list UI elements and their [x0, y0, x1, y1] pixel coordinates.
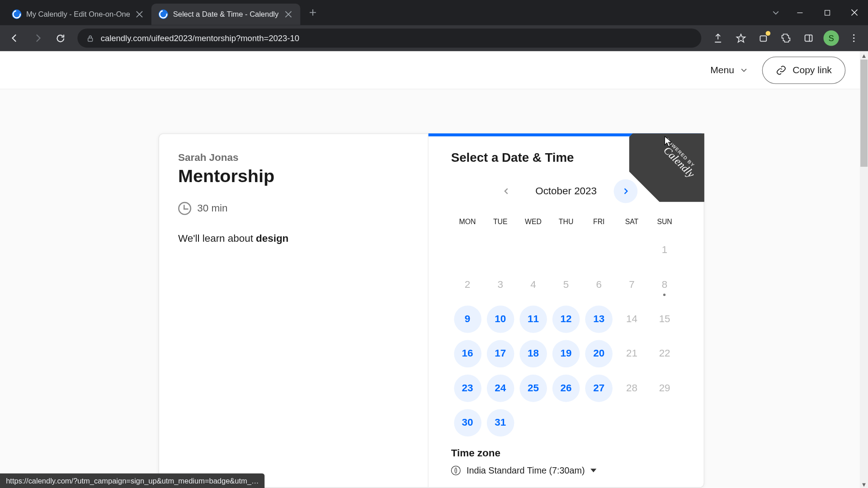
- dow-label: MON: [451, 214, 484, 233]
- month-label: October 2023: [535, 185, 597, 197]
- date-unavailable: 3: [486, 271, 514, 299]
- notification-dot-icon: [766, 31, 771, 36]
- share-icon[interactable]: [708, 28, 727, 47]
- booking-card: Sarah Jonas Mentorship 30 min We'll lear…: [159, 133, 704, 488]
- date-unavailable: 5: [552, 271, 580, 299]
- date-unavailable: 15: [651, 305, 679, 333]
- date-unavailable: 14: [618, 305, 646, 333]
- tab-2[interactable]: Select a Date & Time - Calendly: [151, 4, 300, 25]
- menu-label: Menu: [710, 65, 734, 75]
- copy-link-label: Copy link: [793, 65, 832, 75]
- date-available[interactable]: 16: [454, 340, 481, 368]
- kebab-menu-icon[interactable]: [844, 28, 863, 47]
- bookmark-icon[interactable]: [731, 28, 750, 47]
- date-unavailable: 7: [618, 271, 646, 299]
- dow-label: SUN: [648, 214, 681, 233]
- new-tab-button[interactable]: [304, 4, 322, 22]
- date-available[interactable]: 25: [519, 375, 547, 402]
- scroll-down-arrow-icon[interactable]: ▼: [860, 480, 868, 488]
- date-available[interactable]: 12: [552, 305, 580, 333]
- duration-text: 30 min: [197, 202, 227, 214]
- dow-label: FRI: [582, 214, 615, 233]
- event-description: We'll learn about design: [178, 233, 409, 244]
- date-unavailable: 22: [651, 340, 679, 368]
- date-unavailable: 8: [651, 271, 679, 299]
- date-available[interactable]: 23: [454, 375, 481, 402]
- vertical-scrollbar[interactable]: ▲ ▼: [860, 51, 868, 488]
- date-unavailable: 4: [519, 271, 547, 299]
- timezone-selector[interactable]: India Standard Time (7:30am): [451, 465, 681, 475]
- date-unavailable: 1: [651, 236, 679, 264]
- window-controls: [766, 0, 868, 25]
- forward-button[interactable]: [28, 28, 48, 48]
- link-icon: [776, 65, 787, 75]
- timezone-heading: Time zone: [451, 447, 681, 459]
- date-unavailable: 2: [454, 271, 481, 299]
- scroll-up-arrow-icon[interactable]: ▲: [860, 51, 868, 59]
- maximize-button[interactable]: [813, 3, 841, 22]
- svg-point-4: [853, 34, 854, 36]
- date-available[interactable]: 18: [519, 340, 547, 368]
- extensions-icon[interactable]: [776, 28, 795, 47]
- date-available[interactable]: 11: [519, 305, 547, 333]
- back-button[interactable]: [5, 28, 25, 48]
- page-viewport: Menu Copy link Sarah Jonas Mentorship 30…: [0, 51, 868, 488]
- date-available[interactable]: 31: [486, 409, 514, 436]
- svg-rect-0: [825, 10, 830, 15]
- date-unavailable: 29: [651, 375, 679, 402]
- calendar-grid: MONTUEWEDTHUFRISATSUN 123456789101112131…: [451, 214, 681, 440]
- date-available[interactable]: 17: [486, 340, 514, 368]
- profile-avatar[interactable]: S: [822, 28, 841, 47]
- scheduler-panel: POWERED BY Calendly Select a Date & Time…: [429, 134, 704, 488]
- dow-label: SAT: [615, 214, 648, 233]
- date-available[interactable]: 20: [585, 340, 613, 368]
- date-unavailable: 6: [585, 271, 613, 299]
- clock-icon: [178, 202, 191, 215]
- url-text: calendly.com/uifeed2023/mentorship?month…: [101, 33, 299, 43]
- prev-month-button[interactable]: [495, 179, 519, 203]
- copy-link-button[interactable]: Copy link: [762, 56, 845, 84]
- globe-icon: [451, 465, 461, 475]
- lock-icon[interactable]: [86, 33, 95, 42]
- calendly-favicon-icon: [159, 9, 168, 19]
- tab-1[interactable]: My Calendly - Edit One-on-One: [5, 4, 152, 25]
- svg-point-6: [853, 41, 854, 42]
- menu-dropdown[interactable]: Menu: [707, 60, 751, 80]
- dow-label: THU: [550, 214, 583, 233]
- tab-strip: My Calendly - Edit One-on-One Select a D…: [5, 4, 322, 25]
- date-available[interactable]: 10: [486, 305, 514, 333]
- date-unavailable: 21: [618, 340, 646, 368]
- date-available[interactable]: 26: [552, 375, 580, 402]
- close-icon[interactable]: [283, 9, 293, 19]
- date-available[interactable]: 30: [454, 409, 481, 436]
- powered-by-ribbon[interactable]: POWERED BY Calendly: [629, 133, 704, 202]
- date-unavailable: 28: [618, 375, 646, 402]
- date-available[interactable]: 13: [585, 305, 613, 333]
- address-bar[interactable]: calendly.com/uifeed2023/mentorship?month…: [77, 28, 701, 47]
- date-available[interactable]: 27: [585, 375, 613, 402]
- dow-label: TUE: [484, 214, 517, 233]
- timezone-value: India Standard Time (7:30am): [467, 465, 585, 475]
- browser-toolbar: calendly.com/uifeed2023/mentorship?month…: [0, 25, 868, 51]
- chevron-down-icon: [740, 66, 748, 74]
- extension-pinned-icon[interactable]: [754, 28, 773, 47]
- chevron-down-icon: [591, 469, 597, 472]
- scrollbar-thumb[interactable]: [860, 60, 868, 167]
- tab-search-icon[interactable]: [766, 8, 786, 16]
- calendly-favicon-icon: [12, 9, 21, 19]
- date-available[interactable]: 19: [552, 340, 580, 368]
- date-available[interactable]: 24: [486, 375, 514, 402]
- close-window-button[interactable]: [841, 3, 868, 22]
- sidepanel-icon[interactable]: [799, 28, 818, 47]
- minimize-button[interactable]: [786, 3, 813, 22]
- close-icon[interactable]: [135, 9, 144, 19]
- svg-rect-2: [760, 36, 766, 41]
- event-info-panel: Sarah Jonas Mentorship 30 min We'll lear…: [159, 134, 429, 488]
- host-name: Sarah Jonas: [178, 152, 409, 164]
- svg-rect-3: [805, 35, 812, 41]
- avatar-initial: S: [823, 30, 839, 46]
- date-available[interactable]: 9: [454, 305, 481, 333]
- event-title: Mentorship: [178, 166, 409, 187]
- reload-button[interactable]: [50, 28, 71, 48]
- dow-label: WED: [517, 214, 550, 233]
